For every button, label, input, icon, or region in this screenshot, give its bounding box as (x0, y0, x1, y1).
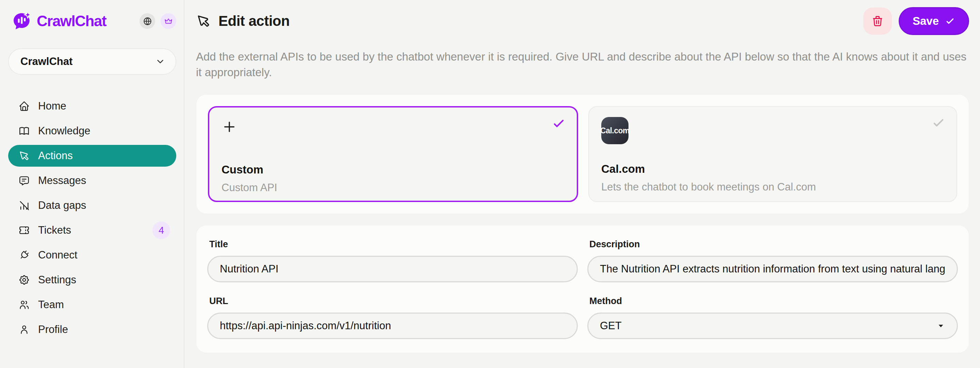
sidebar-item-actions[interactable]: Actions (8, 145, 176, 167)
sidebar-item-label: Knowledge (38, 125, 90, 137)
card-title: Cal.com (601, 163, 944, 176)
save-button-label: Save (913, 14, 939, 27)
pointer-icon (196, 14, 211, 29)
sidebar-item-label: Data gaps (38, 199, 86, 211)
sidebar-item-profile[interactable]: Profile (8, 319, 176, 341)
sidebar-item-home[interactable]: Home (8, 95, 176, 117)
method-select[interactable]: GET (587, 312, 958, 339)
sidebar-item-label: Tickets (38, 224, 71, 236)
plus-icon (221, 119, 237, 135)
action-type-panel: Custom Custom API Cal.com Cal.com Lets t… (196, 94, 969, 214)
crown-icon[interactable] (161, 13, 176, 29)
action-form-panel: Title Description URL Method GET (196, 225, 969, 353)
url-label: URL (209, 296, 578, 306)
action-type-card-calcom[interactable]: Cal.com Cal.com Lets the chatbot to book… (588, 106, 957, 202)
dropdown-arrow-icon (937, 321, 945, 330)
chart-off-icon (18, 200, 30, 211)
title-field-group: Title (207, 239, 578, 282)
sidebar-item-label: Messages (38, 174, 86, 187)
save-button[interactable]: Save (899, 7, 969, 35)
check-icon (945, 16, 955, 26)
sidebar-item-label: Profile (38, 324, 68, 336)
plug-icon (18, 249, 30, 261)
url-input[interactable] (207, 312, 578, 339)
delete-button[interactable] (863, 8, 892, 35)
calcom-logo: Cal.com (601, 117, 628, 144)
crawlchat-logo-icon (12, 11, 32, 31)
selected-check-icon (552, 116, 566, 131)
title-label: Title (209, 239, 578, 250)
sidebar-item-connect[interactable]: Connect (8, 244, 176, 266)
ticket-icon (18, 224, 30, 236)
sidebar-item-label: Connect (38, 249, 77, 261)
tickets-count-badge: 4 (153, 221, 170, 239)
home-icon (18, 100, 30, 112)
sidebar-nav: Home Knowledge Actions Messages Data gap (8, 95, 176, 341)
sidebar-item-team[interactable]: Team (8, 294, 176, 316)
sidebar-item-label: Actions (38, 150, 73, 162)
sidebar-item-tickets[interactable]: Tickets 4 (8, 219, 176, 241)
book-icon (18, 125, 30, 137)
brand-name: CrawlChat (37, 13, 106, 30)
method-field-group: Method GET (587, 296, 958, 339)
description-input[interactable] (587, 256, 958, 282)
sidebar-item-settings[interactable]: Settings (8, 269, 176, 291)
description-label: Description (589, 239, 958, 250)
page-title: Edit action (218, 13, 290, 29)
workspace-selector[interactable]: CrawlChat (8, 48, 176, 75)
pointer-icon (18, 150, 30, 162)
sidebar-item-label: Team (38, 298, 64, 311)
sidebar-item-messages[interactable]: Messages (8, 170, 176, 192)
card-title: Custom (221, 163, 565, 176)
intro-text: Add the external APIs to be used by the … (196, 49, 969, 80)
page-header: Edit action Save (196, 7, 969, 35)
description-field-group: Description (587, 239, 958, 282)
url-field-group: URL (207, 296, 578, 339)
sidebar-item-data-gaps[interactable]: Data gaps (8, 195, 176, 216)
card-description: Custom API (221, 182, 565, 194)
sidebar-item-knowledge[interactable]: Knowledge (8, 120, 176, 142)
method-label: Method (589, 296, 958, 306)
action-type-card-custom[interactable]: Custom Custom API (208, 106, 578, 202)
title-input[interactable] (207, 256, 578, 282)
sidebar-item-label: Settings (38, 274, 76, 286)
method-selected-value: GET (600, 320, 622, 332)
sidebar-item-label: Home (38, 100, 66, 112)
chevron-down-icon (155, 57, 165, 67)
gear-icon (18, 274, 30, 286)
trash-icon (872, 15, 884, 27)
workspace-name: CrawlChat (21, 56, 73, 68)
globe-icon[interactable] (140, 13, 155, 29)
unselected-check-icon (931, 116, 946, 130)
sidebar: CrawlChat CrawlChat Home (0, 0, 185, 368)
users-icon (18, 299, 30, 311)
message-icon (18, 175, 30, 186)
main-content: Edit action Save Add the external APIs t… (185, 0, 980, 368)
card-description: Lets the chatbot to book meetings on Cal… (601, 181, 944, 193)
user-icon (18, 324, 30, 335)
brand: CrawlChat (8, 9, 176, 33)
